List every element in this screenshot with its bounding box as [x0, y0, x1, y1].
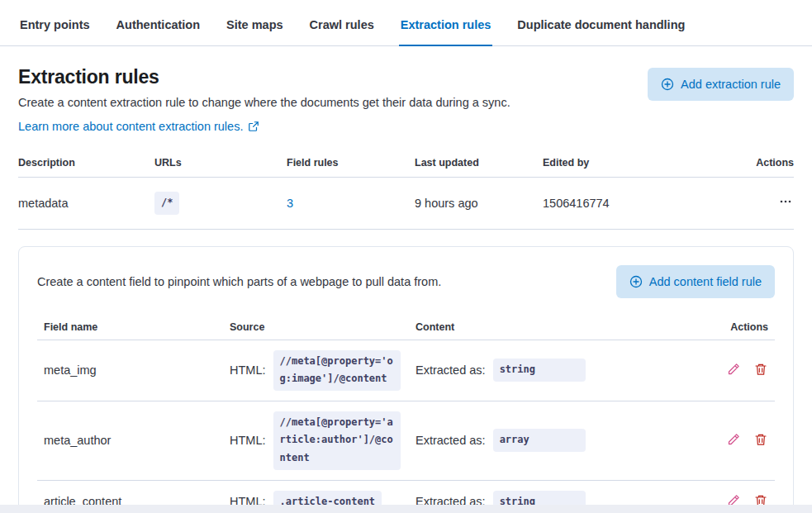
source-selector-chip: //meta[@property='og:image']/@content	[273, 350, 401, 391]
learn-more-link[interactable]: Learn more about content extraction rule…	[18, 120, 259, 133]
rules-table-header-row: Description URLs Field rules Last update…	[18, 150, 794, 178]
col-header-field-rules: Field rules	[287, 157, 415, 169]
field-rules-count-link[interactable]: 3	[287, 197, 293, 210]
col-header-edited-by: Edited by	[543, 157, 744, 169]
add-content-field-rule-button[interactable]: Add content field rule	[616, 265, 775, 298]
add-extraction-rule-button[interactable]: Add extraction rule	[648, 68, 794, 101]
tab-authentication[interactable]: Authentication	[115, 5, 202, 46]
content-cell: Extracted as: array	[415, 429, 710, 452]
source-label: HTML:	[230, 434, 266, 447]
field-name: meta_author	[44, 434, 230, 447]
row-actions-menu-button[interactable]	[777, 195, 794, 211]
url-pattern-chip: /*	[154, 192, 179, 215]
tab-extraction-rules[interactable]: Extraction rules	[399, 5, 493, 46]
circle-plus-icon	[661, 78, 674, 91]
page-header-text: Extraction rules Create a content extrac…	[18, 66, 510, 134]
table-row: meta_author HTML: //meta[@property='arti…	[37, 401, 775, 481]
col-header-actions: Actions	[730, 321, 768, 333]
panel-header: Create a content field to pinpoint which…	[37, 265, 775, 298]
col-header-actions: Actions	[756, 157, 794, 169]
row-actions-cell	[710, 363, 768, 378]
content-label: Extracted as:	[415, 363, 486, 377]
rule-field-rules-cell: 3	[287, 197, 415, 210]
col-header-urls: URLs	[154, 157, 287, 169]
source-selector-chip: //meta[@property='article:author']/@cont…	[273, 411, 401, 470]
tab-crawl-rules[interactable]: Crawl rules	[308, 5, 376, 46]
learn-more-label: Learn more about content extraction rule…	[18, 120, 243, 133]
row-actions-cell	[710, 433, 768, 448]
table-row: metadata /* 3 9 hours ago 1506416774	[18, 178, 794, 230]
col-header-content: Content	[415, 321, 710, 333]
rule-edited-by: 1506416774	[543, 197, 744, 210]
tab-duplicate-document-handling[interactable]: Duplicate document handling	[515, 5, 686, 46]
source-label: HTML:	[230, 363, 266, 377]
delete-field-rule-button[interactable]	[753, 363, 768, 378]
tab-entry-points[interactable]: Entry points	[18, 5, 92, 46]
rule-last-updated: 9 hours ago	[415, 197, 543, 210]
field-rules-table: Field name Source Content Actions meta_i…	[37, 315, 775, 513]
col-header-description: Description	[18, 157, 154, 169]
page-title: Extraction rules	[18, 66, 510, 88]
col-header-source: Source	[230, 321, 415, 333]
content-cell: Extracted as: string	[415, 359, 710, 382]
extracted-type-chip: string	[493, 359, 586, 382]
table-row: meta_img HTML: //meta[@property='og:imag…	[37, 340, 775, 401]
extraction-rules-table: Description URLs Field rules Last update…	[18, 150, 794, 230]
field-name: meta_img	[44, 363, 230, 377]
tab-bar: Entry points Authentication Site maps Cr…	[0, 0, 812, 46]
source-cell: HTML: //meta[@property='article:author']…	[230, 411, 415, 470]
extracted-type-chip: array	[493, 429, 586, 452]
field-table-header-row: Field name Source Content Actions	[37, 315, 775, 340]
edit-field-rule-button[interactable]	[726, 433, 741, 448]
trash-icon	[754, 363, 767, 376]
page-description: Create a content extraction rule to chan…	[18, 96, 510, 109]
col-header-field-name: Field name	[44, 321, 230, 333]
content-label: Extracted as:	[415, 434, 486, 447]
rule-actions-cell	[777, 195, 794, 211]
add-content-field-rule-label: Add content field rule	[649, 275, 762, 288]
col-header-last-updated: Last updated	[415, 157, 543, 169]
circle-plus-icon	[629, 275, 643, 288]
rule-description: metadata	[18, 197, 154, 210]
tab-site-maps[interactable]: Site maps	[225, 5, 285, 46]
add-extraction-rule-label: Add extraction rule	[681, 78, 781, 91]
source-cell: HTML: //meta[@property='og:image']/@cont…	[230, 350, 415, 391]
edit-field-rule-button[interactable]	[726, 363, 741, 378]
ellipsis-icon	[779, 195, 792, 208]
content-field-rules-panel: Create a content field to pinpoint which…	[18, 246, 794, 513]
pencil-icon	[727, 433, 740, 446]
panel-description: Create a content field to pinpoint which…	[37, 275, 441, 288]
delete-field-rule-button[interactable]	[753, 433, 768, 448]
pencil-icon	[727, 363, 740, 376]
trash-icon	[754, 433, 767, 446]
page-bottom-edge	[0, 505, 812, 513]
external-link-icon	[248, 121, 259, 132]
page-header: Extraction rules Create a content extrac…	[0, 46, 812, 134]
rule-urls-cell: /*	[154, 192, 287, 215]
